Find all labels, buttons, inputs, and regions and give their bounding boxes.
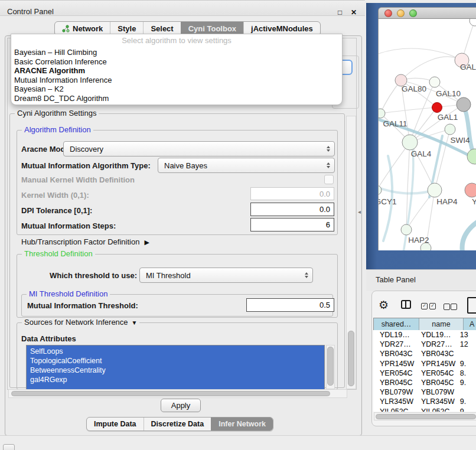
list-item-betweennesscentrality[interactable]: BetweennessCentrality <box>27 366 324 375</box>
scrollbar-thumb[interactable] <box>11 391 330 396</box>
popup-item-basic-correlation[interactable]: Basic Correlation Inference <box>11 57 342 67</box>
sources-expander[interactable]: Sources for Network Inference▼ <box>22 318 139 327</box>
unchecked-checkbox-icon[interactable] <box>451 304 457 310</box>
popup-item-bayesian-hill-climbing[interactable]: Bayesian – Hill Climbing <box>11 48 342 57</box>
apply-button[interactable]: Apply <box>161 399 201 412</box>
cell[interactable]: YIL052C <box>415 407 457 412</box>
popup-item-mutual-information[interactable]: Mutual Information Inference <box>11 76 342 85</box>
node-gal1[interactable] <box>445 124 455 135</box>
cell[interactable]: YPR145W <box>373 360 415 368</box>
close-panel-button[interactable]: ✕ <box>351 9 357 16</box>
node-gray[interactable] <box>457 97 471 112</box>
tab-discretize-data[interactable]: Discretize Data <box>144 418 211 431</box>
tab-impute-data[interactable]: Impute Data <box>87 418 144 431</box>
float-window-button[interactable]: □ <box>338 9 342 16</box>
mi-algorithm-type-select[interactable]: Naive Bayes <box>158 158 335 173</box>
scrollbar-thumb[interactable] <box>348 331 354 386</box>
node-unlabeled[interactable] <box>470 19 476 26</box>
settings-horizontal-scrollbar[interactable] <box>8 389 347 398</box>
attributes-list-scrollbar[interactable] <box>326 345 335 389</box>
cell[interactable]: 9. <box>457 379 476 387</box>
node-gal10-red[interactable] <box>432 103 442 113</box>
gear-icon[interactable]: ⚙ <box>379 298 389 312</box>
columns-icon[interactable] <box>401 300 411 309</box>
control-panel-titlebar[interactable] <box>0 0 365 16</box>
cell[interactable]: YIL052C <box>373 407 415 412</box>
node-swi4-green[interactable] <box>467 149 476 164</box>
kernel-width-input: 0.0 <box>250 187 334 200</box>
cell[interactable]: YBL079W <box>373 388 415 396</box>
list-item-gal4rgexp[interactable]: gal4RGexp <box>27 375 324 384</box>
cell[interactable]: YBR043C <box>415 350 457 358</box>
unchecked-checkbox-icon[interactable] <box>444 304 450 310</box>
table-row[interactable]: YBR045C YBR045C 9. <box>373 378 476 387</box>
scrollbar-thumb[interactable] <box>327 347 334 386</box>
column-header-shared-name[interactable]: shared… <box>374 318 419 330</box>
node-label: GAL <box>460 63 476 71</box>
cell[interactable]: YBR043C <box>373 350 415 358</box>
table-row[interactable]: YDR27… YDR27… 12 <box>373 340 476 349</box>
mi-steps-input[interactable]: 6 <box>250 218 334 231</box>
hub-definition-expander[interactable]: Hub/Transcription Factor Definition▶ <box>21 237 149 246</box>
tab-infer-network[interactable]: Infer Network <box>211 418 273 431</box>
table-horizontal-scrollbar[interactable] <box>374 412 476 420</box>
panel-collapse-icon[interactable]: ◂ <box>358 208 361 215</box>
table-row[interactable]: YDL19… YDL19… 13 <box>373 330 476 340</box>
table-row[interactable]: YPR145W YPR145W 9. <box>373 359 476 369</box>
mi-threshold-input[interactable]: 0.5 <box>246 298 334 312</box>
manual-kernel-width-checkbox[interactable] <box>324 175 334 184</box>
table-row[interactable]: YIL052C YIL052C 9. <box>373 407 476 412</box>
file-icon[interactable] <box>467 297 476 314</box>
node-gcy1[interactable] <box>379 185 382 195</box>
popup-item-dream8[interactable]: Dream8 DC_TDC Algorithm <box>11 94 342 103</box>
data-attributes-list: SelfLoops TopologicalCoefficient Between… <box>26 345 325 390</box>
close-window-icon[interactable] <box>384 9 392 17</box>
network-canvas[interactable]: GAL GAL80 GAL10 GAL11 GAL1 SWI4 GAL4 GCY… <box>378 19 476 250</box>
node-salmon[interactable] <box>465 183 476 197</box>
cell[interactable]: 12 <box>457 340 476 348</box>
cell[interactable]: YDR27… <box>373 340 415 348</box>
network-window-titlebar[interactable] <box>378 7 476 19</box>
node-gal4[interactable] <box>402 135 418 150</box>
column-header-name[interactable]: name <box>419 318 463 330</box>
cell[interactable]: YLR345W <box>415 397 457 406</box>
list-item-selfloops[interactable]: SelfLoops <box>27 347 324 356</box>
aracne-mode-select[interactable]: Discovery <box>63 141 335 156</box>
checked-checkbox-icon[interactable]: ✓ <box>421 303 428 309</box>
column-header-partial[interactable]: A <box>463 318 476 330</box>
minimize-window-icon[interactable] <box>397 9 405 17</box>
cell[interactable]: 9. <box>457 360 476 368</box>
cell[interactable]: YBR045C <box>415 379 457 387</box>
table-row[interactable]: YBL079W YBL079W <box>373 387 476 397</box>
cell[interactable]: 8. <box>457 369 476 377</box>
cell[interactable]: YDL19… <box>373 331 415 339</box>
cell[interactable]: YPR145W <box>415 360 457 368</box>
node-unlabeled-light[interactable] <box>429 77 440 87</box>
cell[interactable]: YBL079W <box>415 388 457 396</box>
cell[interactable]: YDL19… <box>415 331 457 339</box>
dpi-tolerance-input[interactable]: 0.0 <box>250 203 334 216</box>
zoom-window-icon[interactable] <box>409 9 417 17</box>
cell[interactable]: 9. <box>457 407 476 412</box>
settings-vertical-scrollbar[interactable] <box>346 116 356 389</box>
cell[interactable]: YDR27… <box>415 340 457 348</box>
which-threshold-select[interactable]: MI Threshold <box>139 268 313 283</box>
node-gal11[interactable] <box>379 109 385 118</box>
cell[interactable]: YER054C <box>415 369 457 377</box>
collapsed-panel-icon[interactable] <box>3 444 15 450</box>
checked-checkbox-icon[interactable]: ✓ <box>429 303 436 309</box>
node-hap4[interactable] <box>428 183 442 197</box>
table-row[interactable]: YBR043C YBR043C <box>373 349 476 358</box>
list-item-topologicalcoefficient[interactable]: TopologicalCoefficient <box>27 356 324 366</box>
cell[interactable]: YER054C <box>373 369 415 377</box>
table-row[interactable]: YER054C YER054C 8. <box>373 369 476 378</box>
node-hap2[interactable] <box>401 224 412 235</box>
popup-item-aracne[interactable]: ARACNE Algorithm <box>11 66 342 76</box>
table-row[interactable]: YLR345W YLR345W 9. <box>373 397 476 406</box>
cell[interactable]: YLR345W <box>373 397 415 406</box>
popup-item-bayesian-k2[interactable]: Bayesian – K2 <box>11 84 342 94</box>
cell[interactable]: YBR045C <box>373 379 415 387</box>
scrollbar-thumb[interactable] <box>376 414 476 419</box>
cell[interactable]: 13 <box>457 331 476 339</box>
cell[interactable]: 9. <box>457 397 476 406</box>
